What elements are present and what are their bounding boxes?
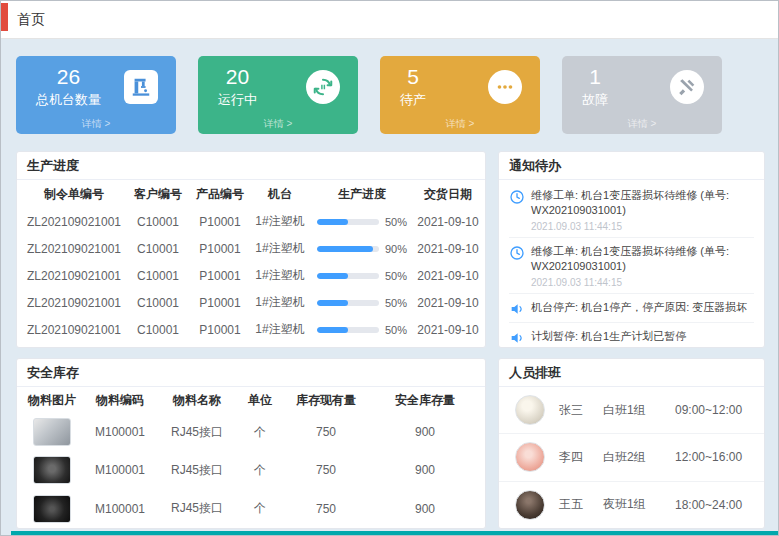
staff-list: 张三 白班1组 09:00~12:00 李四 白班2组 12:00~16:00 … — [499, 387, 764, 528]
production-row: ZL202109021001 C10001 P10001 1#注塑机 50% 2… — [17, 289, 485, 316]
cell-stock: 750 — [283, 463, 369, 477]
card-main: 20 运行中 — [198, 56, 358, 109]
notice-item-plan-paused[interactable]: 计划暂停: 机台1生产计划已暂停 2021.09.03 11:44:15 — [509, 323, 754, 347]
panel-production-progress: 生产进度 制令单编号 客户编号 产品编号 机台 生产进度 交货日期 ZL2021… — [16, 151, 486, 348]
card-main: 26 总机台数量 — [16, 56, 176, 109]
cell-order: ZL202109021001 — [21, 269, 127, 283]
notice-item-repair-2[interactable]: 维修工单: 机台1变压器损坏待维修 (单号: WX202109031001) 2… — [509, 238, 754, 294]
stat-label: 故障 — [582, 91, 608, 109]
cell-order: ZL202109021001 — [21, 215, 127, 229]
stat-value: 5 — [407, 65, 419, 88]
inventory-row: M100001 RJ45接口 个 750 900 — [17, 490, 485, 528]
stat-label: 待产 — [400, 91, 426, 109]
cell-safety: 900 — [369, 463, 481, 477]
stat-card-waiting[interactable]: 5 待产 详情 > — [380, 56, 540, 134]
panel-staff-scheduling: 人员排班 张三 白班1组 09:00~12:00 李四 白班2组 12:00~1… — [498, 358, 765, 529]
cell-progress: 50% — [309, 297, 415, 309]
card-detail-link[interactable]: 详情 > — [16, 117, 176, 131]
staff-row: 张三 白班1组 09:00~12:00 — [499, 387, 764, 434]
card-detail-link[interactable]: 详情 > — [380, 117, 540, 131]
notice-item-repair-1[interactable]: 维修工单: 机台1变压器损坏待维修 (单号: WX202109031001) 2… — [509, 182, 754, 238]
panel-title: 人员排班 — [499, 359, 764, 387]
col-unit: 单位 — [237, 392, 283, 409]
staff-time: 09:00~12:00 — [675, 403, 742, 417]
inventory-table-header: 物料图片 物料编码 物料名称 单位 库存现有量 安全库存量 — [17, 387, 485, 413]
staff-row: 王五 夜班1组 18:00~24:00 — [499, 482, 764, 528]
staff-name: 李四 — [559, 449, 603, 466]
card-left: 1 故障 — [582, 65, 608, 109]
stat-value: 1 — [589, 65, 601, 88]
cell-order: ZL202109021001 — [21, 296, 127, 310]
col-order: 制令单编号 — [21, 186, 127, 203]
panel-title: 通知待办 — [499, 152, 764, 180]
cell-machine: 1#注塑机 — [251, 213, 309, 230]
ellipsis-icon — [488, 70, 522, 104]
card-main: 1 故障 — [562, 56, 722, 109]
staff-time: 12:00~16:00 — [675, 450, 742, 464]
stat-card-running[interactable]: 20 运行中 详情 > — [198, 56, 358, 134]
production-row: ZL202109021001 C10001 P10001 1#注塑机 50% 2… — [17, 208, 485, 235]
inventory-row: M100001 RJ45接口 个 750 900 — [17, 451, 485, 489]
card-left: 26 总机台数量 — [36, 65, 101, 109]
cell-date: 2021-09-10 — [415, 215, 481, 229]
cell-customer: C10001 — [127, 215, 189, 229]
cell-code: M100001 — [83, 463, 157, 477]
cell-date: 2021-09-10 — [415, 269, 481, 283]
notice-text: 维修工单: 机台1变压器损坏待维修 (单号: WX202109031001) — [531, 188, 754, 219]
inventory-table: 物料图片 物料编码 物料名称 单位 库存现有量 安全库存量 M100001 RJ… — [17, 387, 485, 528]
staff-row: 李四 白班2组 12:00~16:00 — [499, 434, 764, 481]
cell-date: 2021-09-10 — [415, 323, 481, 337]
panel-grid: 生产进度 制令单编号 客户编号 产品编号 机台 生产进度 交货日期 ZL2021… — [16, 151, 763, 529]
cell-unit: 个 — [237, 462, 283, 479]
cell-customer: C10001 — [127, 296, 189, 310]
col-customer: 客户编号 — [127, 186, 189, 203]
notice-text: 机台停产: 机台1停产，停产原因: 变压器损坏 — [531, 300, 754, 315]
progress-bar — [317, 219, 379, 225]
inventory-row: M100001 RJ45接口 个 750 900 — [17, 413, 485, 451]
cell-machine: 1#注塑机 — [251, 294, 309, 311]
col-material-name: 物料名称 — [157, 392, 237, 409]
cell-product: P10001 — [189, 296, 251, 310]
cell-stock: 750 — [283, 502, 369, 516]
panel-notices: 通知待办 维修工单: 机台1变压器损坏待维修 (单号: WX2021090310… — [498, 151, 765, 348]
card-detail-link[interactable]: 详情 > — [198, 117, 358, 131]
tools-icon — [670, 70, 704, 104]
progress-label: 90% — [385, 243, 407, 255]
staff-shift: 夜班1组 — [603, 496, 675, 513]
card-left: 20 运行中 — [218, 65, 257, 109]
cell-order: ZL202109021001 — [21, 242, 127, 256]
card-left: 5 待产 — [400, 65, 426, 109]
cell-product: P10001 — [189, 323, 251, 337]
staff-shift: 白班1组 — [603, 402, 675, 419]
stat-card-total-machines[interactable]: 26 总机台数量 详情 > — [16, 56, 176, 134]
stat-value: 20 — [226, 65, 249, 88]
cell-product: P10001 — [189, 269, 251, 283]
cell-product: P10001 — [189, 242, 251, 256]
progress-label: 50% — [385, 270, 407, 282]
progress-bar — [317, 273, 379, 279]
panel-safety-inventory: 安全库存 物料图片 物料编码 物料名称 单位 库存现有量 安全库存量 M1000… — [16, 358, 486, 529]
clock-icon — [509, 189, 525, 205]
col-material-image: 物料图片 — [21, 392, 83, 409]
round-connector-photo — [33, 456, 71, 484]
cell-customer: C10001 — [127, 323, 189, 337]
notice-item-machine-stop[interactable]: 机台停产: 机台1停产，停产原因: 变压器损坏 — [509, 294, 754, 323]
production-row: ZL202109021001 C10001 P10001 1#注塑机 50% 2… — [17, 316, 485, 343]
cell-name: RJ45接口 — [157, 500, 237, 517]
stat-card-fault[interactable]: 1 故障 详情 > — [562, 56, 722, 134]
dashboard-screen: 首页 26 总机台数量 详情 > 20 — [0, 0, 779, 536]
notice-body: 维修工单: 机台1变压器损坏待维修 (单号: WX202109031001) 2… — [531, 188, 754, 232]
cell-code: M100001 — [83, 425, 157, 439]
tab-home[interactable]: 首页 — [17, 11, 45, 29]
cell-stock: 750 — [283, 425, 369, 439]
stat-value: 26 — [57, 65, 80, 88]
speaker-icon — [509, 330, 525, 346]
cell-progress: 50% — [309, 324, 415, 336]
progress-label: 50% — [385, 297, 407, 309]
panel-title: 生产进度 — [17, 152, 485, 180]
cell-machine: 1#注塑机 — [251, 321, 309, 338]
card-main: 5 待产 — [380, 56, 540, 109]
card-detail-link[interactable]: 详情 > — [562, 117, 722, 131]
col-machine: 机台 — [251, 186, 309, 203]
red-accent-bar — [1, 3, 8, 31]
